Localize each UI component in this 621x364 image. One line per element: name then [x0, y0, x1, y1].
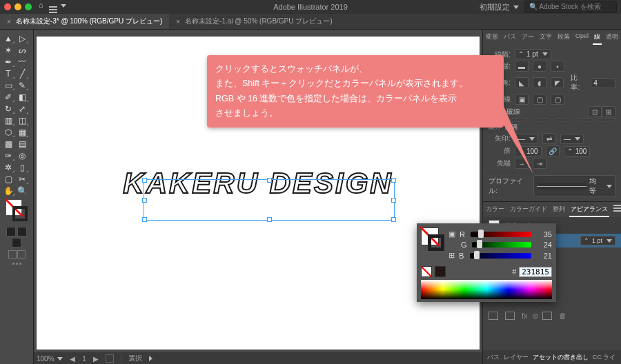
- dash2-field[interactable]: [532, 119, 550, 121]
- width-tool[interactable]: ▥: [1, 114, 15, 126]
- home-icon[interactable]: ⌂: [39, 1, 43, 13]
- cap-round-button[interactable]: ●: [533, 61, 546, 72]
- scale-tool[interactable]: ⤢: [15, 103, 29, 114]
- tab-appearance[interactable]: アピアランス: [568, 202, 611, 217]
- r-slider[interactable]: [471, 232, 531, 237]
- align-outside-button[interactable]: ▢: [551, 94, 564, 105]
- add-effect-button[interactable]: fx: [522, 312, 528, 321]
- none-swatch-button[interactable]: [421, 266, 432, 277]
- gradient-tool[interactable]: ▤: [15, 138, 29, 150]
- minimize-window-button[interactable]: [14, 3, 21, 10]
- tab-layers[interactable]: レイヤー: [504, 353, 529, 362]
- screen-mode-buttons[interactable]: [1, 250, 32, 259]
- fill-stroke-control[interactable]: [6, 199, 28, 221]
- none-mode-button[interactable]: [12, 238, 21, 247]
- close-window-button[interactable]: [4, 3, 11, 10]
- magic-wand-tool[interactable]: ✶: [1, 44, 15, 56]
- tab-asset-export[interactable]: アセットの書き出し: [533, 353, 589, 362]
- tab-align[interactable]: 整列: [550, 202, 568, 217]
- status-nav-right[interactable]: ▶: [93, 355, 99, 363]
- tab-stroke[interactable]: 線: [591, 30, 603, 45]
- arrow-end-field[interactable]: —: [560, 134, 584, 144]
- clear-appearance-button[interactable]: ⊘: [532, 312, 538, 321]
- link-scale-button[interactable]: 🔗: [546, 145, 560, 156]
- close-tab-icon[interactable]: ×: [7, 18, 11, 26]
- tab-opentype[interactable]: Opel: [573, 30, 591, 45]
- slice-tool[interactable]: ✂: [15, 173, 29, 185]
- pen-tool[interactable]: ✒: [1, 56, 15, 68]
- shaper-tool[interactable]: ✐: [1, 91, 15, 103]
- tab-character[interactable]: 文字: [537, 30, 555, 45]
- eyedropper-tool[interactable]: ✑: [1, 150, 15, 161]
- cap-butt-button[interactable]: ▬: [515, 61, 529, 72]
- status-nav-left[interactable]: ◀: [70, 355, 75, 363]
- r-value[interactable]: 35: [535, 230, 552, 239]
- free-transform-tool[interactable]: ◫: [15, 114, 29, 126]
- tab-color[interactable]: カラー: [483, 202, 507, 217]
- color-panel-fillstroke[interactable]: [421, 228, 444, 251]
- miter-ratio-field[interactable]: 4: [591, 78, 615, 88]
- tip-clip-button[interactable]: ⇥: [533, 158, 546, 169]
- color-spectrum[interactable]: [421, 280, 552, 299]
- align-inside-button[interactable]: ▢: [533, 94, 546, 105]
- hex-input[interactable]: 231815: [519, 267, 552, 277]
- duplicate-item-button[interactable]: [542, 312, 552, 320]
- join-round-button[interactable]: ◖: [533, 77, 546, 88]
- gap2-field[interactable]: [554, 119, 572, 121]
- stroke-width-field[interactable]: ⌃ 1 pt: [515, 49, 551, 59]
- b-value[interactable]: 21: [535, 252, 552, 260]
- arrow-scale-end[interactable]: ⌃ 100: [564, 146, 591, 156]
- shape-builder-tool[interactable]: ⬡: [1, 126, 15, 138]
- delete-item-button[interactable]: 🗑: [559, 312, 566, 321]
- gradient-mode-button[interactable]: [17, 227, 27, 236]
- rotate-tool[interactable]: ↻: [1, 103, 15, 114]
- artboard-nav-button[interactable]: [106, 354, 114, 363]
- tab-color-guide[interactable]: カラーガイド: [507, 202, 550, 217]
- column-graph-tool[interactable]: ▯: [15, 161, 29, 173]
- profile-dropdown[interactable]: 均等: [533, 175, 615, 197]
- tab-transparency[interactable]: 透明: [603, 30, 621, 45]
- dash-align-button[interactable]: ⊡: [588, 106, 602, 117]
- symbol-sprayer-tool[interactable]: ✲: [1, 161, 15, 173]
- g-slider[interactable]: [472, 242, 531, 247]
- g-value[interactable]: 24: [535, 241, 552, 249]
- arrow-swap-button[interactable]: ⇄: [542, 133, 556, 144]
- perspective-grid-tool[interactable]: ▦: [15, 126, 29, 138]
- direct-selection-tool[interactable]: ▷: [15, 32, 29, 44]
- edit-toolbar-button[interactable]: [1, 263, 32, 265]
- close-tab-icon[interactable]: ×: [176, 18, 180, 26]
- appearance-stroke-width[interactable]: ⌃ 1 pt: [580, 236, 615, 245]
- tab-paragraph[interactable]: 段落: [555, 30, 573, 45]
- color-mode-button[interactable]: [6, 227, 16, 236]
- join-miter-button[interactable]: ◣: [515, 77, 529, 88]
- dash-align2-button[interactable]: ⊞: [602, 106, 615, 117]
- text-object[interactable]: KAKERU DESIGN: [123, 167, 393, 200]
- panel-menu-icon[interactable]: [611, 202, 621, 217]
- line-tool[interactable]: ╱: [15, 68, 29, 79]
- document-tab[interactable]: ×名称未設定-1.ai @ 50% (RGB/GPU プレビュー): [169, 14, 339, 29]
- maximize-window-button[interactable]: [25, 3, 32, 10]
- artboard-tool[interactable]: ▢: [1, 173, 15, 185]
- gap1-field[interactable]: [511, 119, 529, 121]
- gap3-field[interactable]: [598, 119, 615, 121]
- add-fill-button[interactable]: [505, 312, 515, 320]
- b-slider[interactable]: [470, 253, 531, 259]
- rectangle-tool[interactable]: ▭: [1, 79, 15, 91]
- add-stroke-button[interactable]: [489, 312, 498, 320]
- mesh-tool[interactable]: ▩: [1, 138, 15, 150]
- adobe-stock-search[interactable]: 🔍 Adobe Stock を検索: [524, 1, 617, 13]
- dash3-field[interactable]: [576, 119, 594, 121]
- tab-pathfinder[interactable]: パス: [501, 30, 519, 45]
- hand-tool[interactable]: ✋: [1, 185, 15, 196]
- blend-tool[interactable]: ◎: [15, 150, 29, 161]
- menu-icon[interactable]: [49, 1, 66, 13]
- curvature-tool[interactable]: 〰: [15, 56, 29, 68]
- cap-square-button[interactable]: ▪: [551, 61, 564, 72]
- current-color-swatch[interactable]: [435, 266, 446, 277]
- zoom-level-field[interactable]: 100%: [37, 355, 63, 363]
- align-center-button[interactable]: ▣: [515, 94, 529, 105]
- tab-cc-libraries[interactable]: CC ライ: [593, 353, 616, 362]
- eraser-tool[interactable]: ◧: [15, 91, 29, 103]
- tab-pathfinder2[interactable]: パス: [487, 353, 500, 362]
- document-tab[interactable]: ×名称未設定-3* @ 100% (RGB/GPU プレビュー): [0, 14, 169, 29]
